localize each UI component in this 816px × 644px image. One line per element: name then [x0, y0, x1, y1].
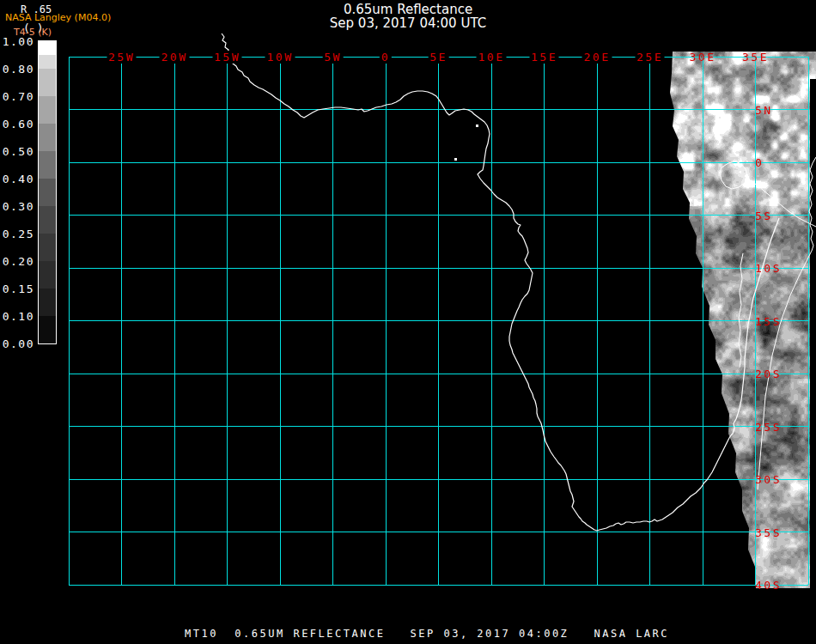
longitude-label: 5E — [428, 51, 449, 64]
longitude-label: 30E — [688, 51, 718, 64]
longitude-label: 25W — [107, 51, 137, 64]
latitude-label: 25S — [755, 422, 782, 433]
lake-victoria-outline — [720, 161, 747, 189]
latitude-label: 20S — [755, 368, 782, 380]
latitude-label: 5S — [755, 210, 773, 222]
map-grid — [0, 0, 816, 644]
latitude-label: 30S — [755, 474, 782, 485]
latitude-label: 35S — [755, 527, 782, 538]
longitude-label: 20E — [582, 51, 612, 64]
longitude-label: 25E — [635, 51, 665, 64]
longitude-label: 10W — [265, 51, 295, 64]
latitude-label: 15S — [755, 316, 782, 327]
longitude-label: 5W — [322, 51, 344, 64]
island-marker — [454, 158, 457, 161]
island-marker — [476, 125, 478, 127]
longitude-label: 0 — [380, 51, 392, 64]
satellite-product-view: 0.65um Reflectance Sep 03, 2017 04:00 UT… — [0, 0, 816, 644]
latitude-label: 40S — [755, 580, 782, 591]
latitude-label: 0 — [755, 157, 764, 168]
longitude-label: 35E — [740, 51, 770, 64]
rift-lakes-outline — [739, 253, 743, 368]
longitude-label: 15E — [529, 51, 559, 64]
africa-coastline — [222, 33, 779, 531]
longitude-label: 10E — [477, 51, 507, 64]
longitude-label: 20W — [160, 51, 190, 64]
latitude-label: 5N — [755, 105, 773, 116]
longitude-label: 15W — [212, 51, 242, 64]
latitude-label: 10S — [755, 263, 782, 274]
